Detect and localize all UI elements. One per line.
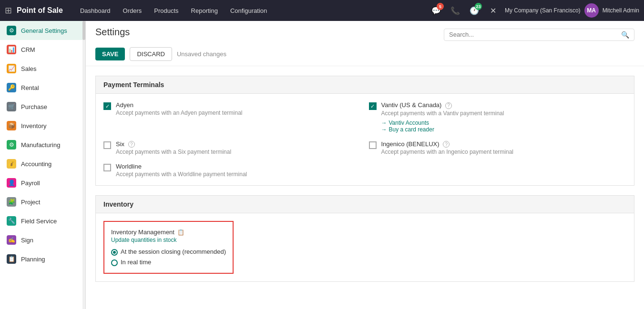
sidebar-item-purchase[interactable]: 🛒 Purchase [0,97,85,116]
adyen-name: Adyen [116,101,242,109]
sidebar-item-rental[interactable]: 🔑 Rental [0,78,85,97]
adyen-info: Adyen Accept payments with an Adyen paym… [116,101,242,133]
vantiv-link-accounts[interactable]: → Vantiv Accounts [381,120,504,126]
vantiv-name: Vantiv (US & Canada) ? [381,101,504,109]
manufacturing-icon: ⚙ [7,140,16,150]
menu-reporting[interactable]: Reporting [185,4,224,17]
payment-terminals-header: Payment Terminals [95,76,634,94]
discard-button[interactable]: DISCARD [130,47,172,61]
sidebar-label-accounting: Accounting [21,160,51,168]
terminal-worldline: Worldline Accept payments with a Worldli… [103,163,361,178]
sidebar-label-payroll: Payroll [21,179,40,187]
search-icon[interactable]: 🔍 [621,31,629,39]
menu-products[interactable]: Products [148,4,184,17]
topnav-menu: Dashboard Orders Products Reporting Conf… [74,4,427,17]
terminal-ingenico: Ingenico (BENELUX) ? Accept payments wit… [369,140,627,156]
six-desc: Accept payments with a Six payment termi… [116,149,231,155]
sidebar-label-manufacturing: Manufacturing [21,141,60,149]
page-title: Settings [95,27,130,38]
radio-real-time[interactable]: In real time [111,259,226,266]
search-container: 🔍 [444,29,634,41]
spreadsheet-icon: 📋 [177,229,184,236]
clock-icon-btn[interactable]: 🕐 23 [467,3,482,18]
grid-icon[interactable]: ⊞ [5,5,12,16]
search-input[interactable] [449,31,621,38]
vantiv-link-reader[interactable]: → Buy a card reader [381,126,504,133]
general-icon: ⚙ [7,26,16,35]
ingenico-desc: Accept payments with an Ingenico payment… [381,149,513,155]
radio-session-close-label: At the session closing (recommended) [121,248,226,255]
crm-icon: 📊 [7,45,16,54]
radio-session-close[interactable]: At the session closing (recommended) [111,248,226,256]
sidebar-item-accounting[interactable]: 💰 Accounting [0,154,85,173]
six-info: Six ? Accept payments with a Six payment… [116,140,231,156]
ingenico-help-icon[interactable]: ? [443,141,450,148]
sign-icon: ✍ [7,235,16,245]
phone-icon-btn[interactable]: 📞 [448,3,463,18]
payment-terminals-section: Payment Terminals Adyen Accept payments … [95,76,634,186]
vantiv-desc: Accept payments with a Vantiv payment te… [381,110,504,117]
sidebar-item-fieldservice[interactable]: 🔧 Field Service [0,211,85,230]
rental-icon: 🔑 [7,83,16,92]
sidebar-label-fieldservice: Field Service [21,218,57,225]
sidebar-label-general: General Settings [21,27,67,34]
inventory-mgmt-link[interactable]: Update quantities in stock [111,237,226,243]
sidebar-item-sign[interactable]: ✍ Sign [0,230,85,249]
action-bar: SAVE DISCARD Unsaved changes [86,42,644,66]
vantiv-help-icon[interactable]: ? [445,102,452,109]
menu-configuration[interactable]: Configuration [225,4,273,17]
main-content: Settings 🔍 SAVE DISCARD Unsaved changes … [86,21,644,309]
sidebar-scrollthumb[interactable] [82,21,85,40]
page-wrapper: ⚙ General Settings 📊 CRM 📈 Sales 🔑 Renta… [0,21,644,309]
sidebar-label-sign: Sign [21,237,33,244]
menu-dashboard[interactable]: Dashboard [74,4,116,17]
sidebar-item-sales[interactable]: 📈 Sales [0,59,85,78]
inventory-icon: 📦 [7,121,16,130]
sidebar-item-payroll[interactable]: 👤 Payroll [0,173,85,192]
chat-icon-btn[interactable]: 💬 5 [429,3,444,18]
clock-badge: 23 [475,3,482,10]
user-avatar[interactable]: MA [584,3,599,18]
sidebar-item-project[interactable]: 🧩 Project [0,192,85,211]
sidebar-item-manufacturing[interactable]: ⚙ Manufacturing [0,135,85,154]
top-area: Settings 🔍 [86,21,644,42]
company-name[interactable]: My Company (San Francisco) [505,7,581,14]
sidebar-scrolltrack [82,21,85,309]
sidebar-label-sales: Sales [21,65,37,72]
menu-orders[interactable]: Orders [117,4,148,17]
worldline-desc: Accept payments with a Worldline payment… [116,171,247,178]
sidebar-label-project: Project [21,199,40,206]
radio-real-time-label: In real time [121,259,151,266]
six-help-icon[interactable]: ? [128,141,135,148]
terminal-six: Six ? Accept payments with a Six payment… [103,140,361,156]
sidebar-label-inventory: Inventory [21,122,46,130]
sidebar-item-inventory[interactable]: 📦 Inventory [0,116,85,135]
worldline-checkbox[interactable] [103,164,111,171]
inventory-section: Inventory Inventory Management 📋 Update … [95,195,634,282]
sidebar-item-general[interactable]: ⚙ General Settings [0,21,85,40]
sidebar-label-crm: CRM [21,46,35,53]
close-icon-btn[interactable]: ✕ [486,3,501,18]
app-brand[interactable]: Point of Sale [17,6,63,15]
unsaved-changes-label: Unsaved changes [177,50,226,58]
ingenico-checkbox[interactable] [369,141,377,149]
sidebar-item-crm[interactable]: 📊 CRM [0,40,85,59]
six-checkbox[interactable] [103,141,111,149]
vantiv-links: → Vantiv Accounts → Buy a card reader [381,120,504,133]
adyen-checkbox[interactable] [103,102,111,110]
worldline-info: Worldline Accept payments with a Worldli… [116,163,247,178]
radio-session-close-btn[interactable] [111,249,118,256]
sidebar-item-planning[interactable]: 📋 Planning [0,249,85,269]
section-wrapper: Payment Terminals Adyen Accept payments … [86,76,644,301]
username: Mitchell Admin [603,7,639,14]
radio-real-time-btn[interactable] [111,259,118,266]
sidebar: ⚙ General Settings 📊 CRM 📈 Sales 🔑 Renta… [0,21,86,309]
topnav: ⊞ Point of Sale Dashboard Orders Product… [0,0,644,21]
close-icon: ✕ [490,6,496,15]
six-name: Six ? [116,140,231,148]
vantiv-checkbox[interactable] [369,102,377,110]
topnav-right: 💬 5 📞 🕐 23 ✕ My Company (San Francisco) … [429,3,639,18]
terminals-grid: Adyen Accept payments with an Adyen paym… [103,101,626,178]
purchase-icon: 🛒 [7,102,16,111]
save-button[interactable]: SAVE [95,48,125,60]
